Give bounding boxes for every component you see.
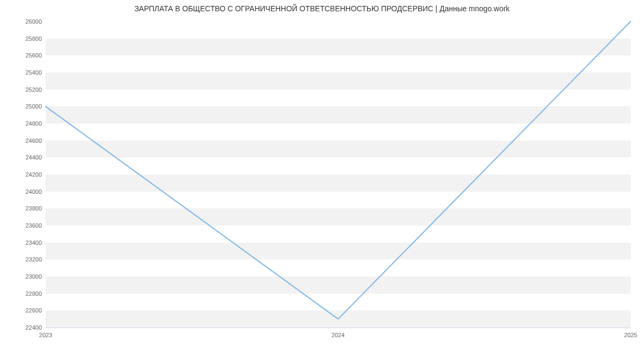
y-tick-label: 26000 — [4, 18, 42, 25]
y-tick-label: 24400 — [4, 154, 42, 161]
line-series-svg — [46, 21, 631, 328]
y-tick-label: 25400 — [4, 69, 42, 76]
y-tick-label: 25600 — [4, 52, 42, 59]
y-tick-label: 24600 — [4, 137, 42, 144]
chart-title: ЗАРПЛАТА В ОБЩЕСТВО С ОГРАНИЧЕННОЙ ОТВЕТ… — [0, 4, 644, 13]
series-line — [46, 21, 631, 319]
y-tick-label: 22600 — [4, 307, 42, 314]
y-tick-label: 25800 — [4, 35, 42, 42]
plot-area — [46, 21, 631, 328]
y-tick-label: 23600 — [4, 222, 42, 229]
y-tick-label: 23800 — [4, 205, 42, 212]
y-tick-label: 23000 — [4, 273, 42, 280]
y-tick-label: 24000 — [4, 188, 42, 195]
x-tick-label: 2025 — [624, 332, 637, 338]
y-tick-label: 25200 — [4, 86, 42, 93]
y-tick-label: 24800 — [4, 120, 42, 127]
y-tick-label: 23400 — [4, 239, 42, 246]
x-tick-label: 2024 — [332, 332, 345, 338]
y-tick-label: 22800 — [4, 290, 42, 297]
chart-container: ЗАРПЛАТА В ОБЩЕСТВО С ОГРАНИЧЕННОЙ ОТВЕТ… — [0, 0, 644, 349]
y-tick-label: 25000 — [4, 103, 42, 110]
y-tick-label: 22400 — [4, 324, 42, 331]
y-tick-label: 23200 — [4, 256, 42, 263]
x-tick-label: 2023 — [39, 332, 52, 338]
y-tick-label: 24200 — [4, 171, 42, 178]
x-axis-line — [46, 328, 631, 328]
